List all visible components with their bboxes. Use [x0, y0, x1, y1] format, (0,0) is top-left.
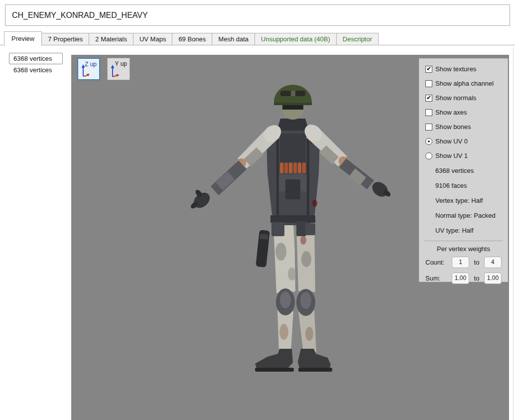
- model-name-field[interactable]: [5, 4, 510, 26]
- lod-list: 6368 vertices 6368 vertices: [9, 53, 63, 76]
- checkbox-label: Show bones: [435, 123, 471, 131]
- lod-item-0[interactable]: 6368 vertices: [9, 53, 63, 64]
- per-vertex-weights-title: Per vertex weights: [419, 243, 508, 254]
- checkbox-show-normals[interactable]: ✔ Show normals: [419, 91, 508, 105]
- checkbox-box: ✔: [425, 66, 432, 73]
- stat-normal-type: Normal type: Packed: [419, 208, 508, 223]
- tab-bones[interactable]: 69 Bones: [172, 33, 212, 45]
- checkbox-show-textures[interactable]: ✔ Show textures: [419, 62, 508, 76]
- orientation-buttons: Z up Y up: [77, 58, 130, 80]
- count-label: Count:: [425, 259, 448, 266]
- count-to-label: to: [473, 259, 480, 266]
- checkbox-box: [425, 109, 432, 116]
- checkbox-show-alpha-channel[interactable]: Show alpha channel: [419, 76, 508, 91]
- count-max-field[interactable]: 4: [484, 257, 502, 268]
- checkbox-box: ✔: [425, 95, 432, 102]
- radio-circle: [425, 152, 432, 159]
- checkbox-box: [425, 80, 432, 87]
- tab-descriptor[interactable]: Descriptor: [336, 33, 379, 45]
- checkbox-label: Show textures: [435, 65, 476, 73]
- sum-to-label: to: [473, 275, 480, 282]
- radio-label: Show UV 1: [435, 152, 468, 159]
- stat-vertex-type: Vertex type: Half: [419, 193, 508, 208]
- soldier-figure: [190, 85, 392, 372]
- stat-vertices: 6368 vertices: [419, 163, 508, 178]
- checkbox-show-bones[interactable]: Show bones: [419, 120, 508, 134]
- z-up-button[interactable]: Z up: [77, 58, 100, 80]
- options-panel: ✔ Show textures Show alpha channel ✔ Sho…: [419, 58, 508, 282]
- checkbox-show-axes[interactable]: Show axes: [419, 105, 508, 120]
- sum-label: Sum:: [425, 275, 448, 282]
- radio-show-uv-1[interactable]: Show UV 1: [419, 148, 508, 163]
- count-min-field[interactable]: 1: [452, 257, 469, 268]
- tab-unsupported-data[interactable]: Unsupported data (40B): [255, 33, 337, 45]
- stat-faces: 9106 faces: [419, 178, 508, 193]
- checkbox-label: Show alpha channel: [435, 80, 494, 87]
- radio-label: Show UV 0: [435, 138, 468, 145]
- check-icon: ✔: [426, 66, 431, 72]
- y-up-label: Y up: [115, 60, 127, 67]
- tab-mesh-data[interactable]: Mesh data: [212, 33, 255, 45]
- weights-sum-row: Sum: 1.00 to 1.00: [419, 270, 508, 286]
- check-icon: ✔: [426, 95, 431, 101]
- z-up-label: Z up: [85, 61, 97, 68]
- y-up-button[interactable]: Y up: [107, 58, 130, 80]
- checkbox-label: Show axes: [435, 109, 467, 116]
- stat-uv-type: UV type: Half: [419, 223, 508, 238]
- tab-bar: Preview 7 Properties 2 Materials UV Maps…: [4, 33, 379, 45]
- tab-preview[interactable]: Preview: [4, 31, 42, 46]
- sum-min-field[interactable]: 1.00: [452, 273, 469, 284]
- tab-properties[interactable]: 7 Properties: [41, 33, 89, 45]
- lod-item-1[interactable]: 6368 vertices: [9, 64, 63, 76]
- tab-uv-maps[interactable]: UV Maps: [133, 33, 172, 45]
- radio-show-uv-0[interactable]: ● Show UV 0: [419, 134, 508, 148]
- viewport-3d[interactable]: Z up Y up ✔ Show textures Show alpha cha…: [71, 55, 509, 420]
- sum-max-field[interactable]: 1.00: [484, 273, 502, 284]
- window-edge-line: [513, 47, 514, 420]
- panel-divider: [424, 241, 503, 241]
- radio-dot-icon: ●: [428, 140, 430, 143]
- tab-materials[interactable]: 2 Materials: [89, 33, 133, 45]
- radio-circle: ●: [425, 138, 432, 145]
- weights-count-row: Count: 1 to 4: [419, 254, 508, 270]
- checkbox-label: Show normals: [435, 94, 476, 102]
- checkbox-box: [425, 124, 432, 131]
